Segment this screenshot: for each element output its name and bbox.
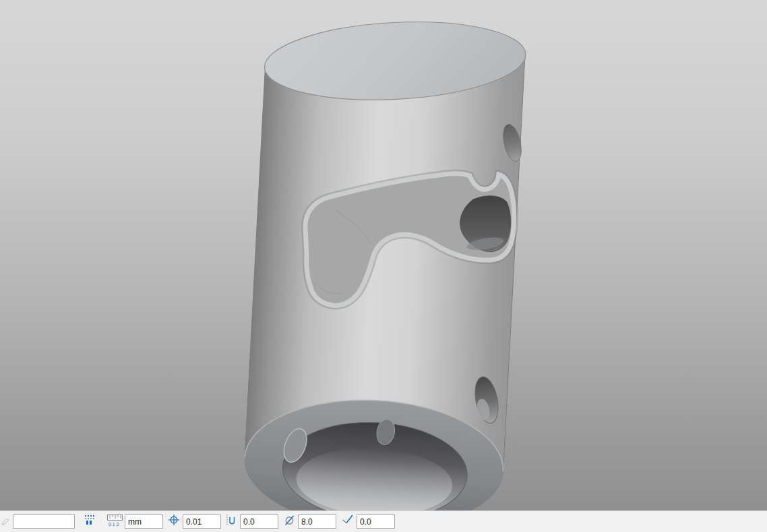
depth-icon <box>225 514 236 526</box>
unit-input[interactable] <box>125 514 163 529</box>
3d-model-cylinder <box>0 0 767 510</box>
measurement-statusbar: 0 1 2 <box>0 510 767 532</box>
diameter-icon <box>283 514 296 527</box>
3d-viewport[interactable] <box>0 0 767 510</box>
cad-window: 0 1 2 <box>0 0 767 532</box>
ruler-icon: 0 1 2 <box>106 514 124 527</box>
command-input[interactable] <box>13 514 75 529</box>
precision-input[interactable] <box>183 514 221 529</box>
position-symbol-icon <box>168 514 180 526</box>
ruler-scale-label: 0 1 2 <box>109 522 119 527</box>
depth-input[interactable] <box>240 514 278 529</box>
diameter-input[interactable] <box>298 514 336 529</box>
edit-icon <box>1 516 10 525</box>
angle-input[interactable] <box>357 514 395 529</box>
angle-icon <box>342 514 354 525</box>
grid-table-icon <box>84 514 95 525</box>
